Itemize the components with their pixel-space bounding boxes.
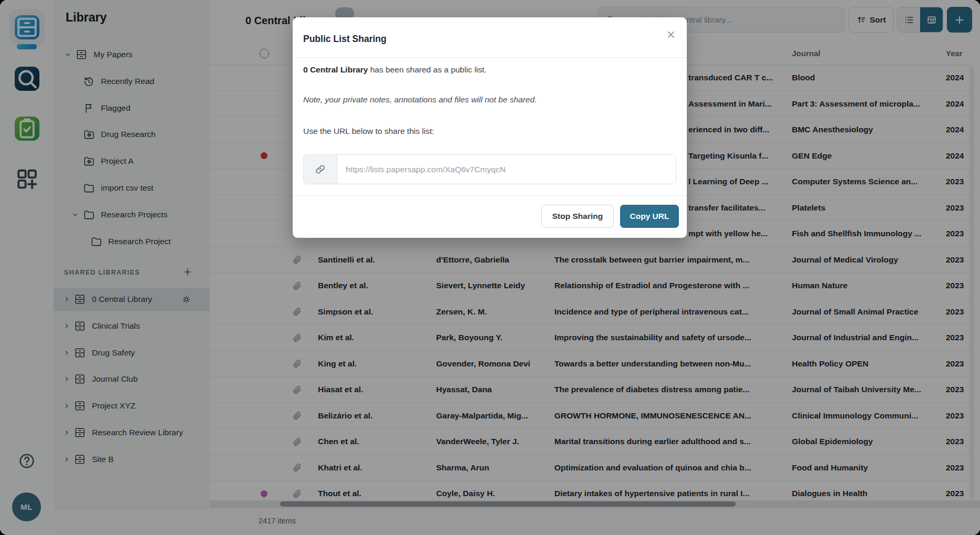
share-url-input[interactable] [337,155,676,184]
url-instruction: Use the URL below to share this list: [303,127,434,136]
copy-url-button[interactable]: Copy URL [620,205,679,228]
app-window: ML Library My PapersRecently ReadFlagged… [0,0,980,535]
library-name: 0 Central Library [303,65,368,74]
dialog-note: Note, your private notes, annotations an… [303,95,537,104]
dialog-header: Public List Sharing [293,17,687,58]
link-icon [315,164,326,175]
stop-sharing-button[interactable]: Stop Sharing [541,205,614,228]
share-url-field [303,154,676,184]
link-icon-box [304,155,337,184]
dialog-title: Public List Sharing [303,33,387,45]
public-list-sharing-dialog: Public List Sharing 0 Central Library ha… [293,17,687,238]
close-icon[interactable] [665,29,677,40]
dialog-body-text: 0 Central Library has been shared as a p… [303,65,487,75]
dialog-footer-divider [293,195,687,196]
